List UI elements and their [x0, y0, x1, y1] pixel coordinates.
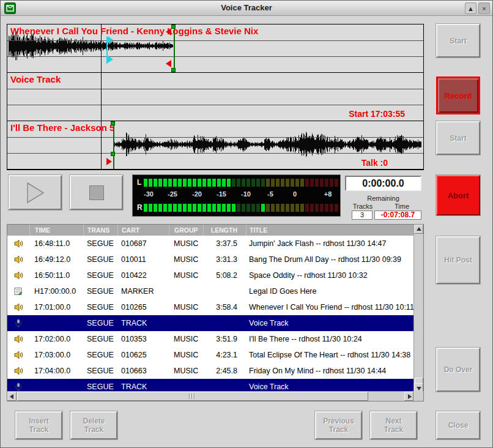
remaining-tracks-label: Tracks: [344, 203, 382, 210]
abort-button[interactable]: Abort: [436, 175, 480, 215]
cell-title: Friday On My Mind -- rdhost 11/30 14:44: [246, 367, 413, 375]
meter-row-right: [144, 204, 339, 212]
cell-title: Legal ID Goes Here: [246, 287, 413, 296]
marker-handle[interactable]: [171, 68, 176, 72]
log-row[interactable]: 17:02:00.0SEGUE010353MUSIC3:51.9I'll Be …: [7, 331, 413, 347]
fade-marker-icon[interactable]: [166, 60, 171, 67]
fade-marker-icon[interactable]: [166, 28, 171, 35]
meter-scale-label: -5: [267, 190, 273, 198]
previous-track-button[interactable]: Previous Track: [315, 411, 362, 439]
grid-rule: [7, 89, 423, 89]
cell-trans: SEGUE: [83, 367, 117, 375]
horizontal-scroll-thumb[interactable]: [17, 392, 368, 401]
column-cart: CART: [117, 225, 169, 236]
close-button[interactable]: Close: [436, 411, 480, 439]
log-row[interactable]: 16:50:11.0SEGUE010422MUSIC5:08.2Space Od…: [7, 267, 413, 283]
cell-length: 5:08.2: [203, 271, 246, 280]
meter-scale-label: -10: [241, 190, 251, 198]
speaker-icon: [7, 351, 29, 359]
talk-marker-icon[interactable]: [108, 36, 113, 43]
do-over-button[interactable]: Do Over: [436, 348, 480, 392]
talk-marker-icon[interactable]: [108, 56, 113, 63]
marker-handle[interactable]: [171, 24, 176, 29]
meter-scale-label: -25: [168, 190, 177, 198]
fade-marker-icon[interactable]: [106, 158, 112, 165]
cell-title: Jumpin' Jack Flash -- rdhost 11/30 14:47: [246, 239, 413, 248]
cell-trans: SEGUE: [83, 287, 117, 296]
cell-trans: SEGUE: [83, 303, 117, 312]
marker-handle[interactable]: [111, 121, 115, 125]
track-panel-1[interactable]: Whenever I Call You Friend - Kenny Loggi…: [7, 24, 423, 73]
marker-handle[interactable]: [111, 152, 115, 156]
cell-cart: 010663: [117, 367, 169, 375]
cell-time: 17:03:00.0: [29, 351, 83, 359]
delete-track-button[interactable]: Delete Track: [70, 411, 117, 439]
scrollbar-corner: [413, 391, 423, 401]
start-button-2[interactable]: Start: [436, 121, 480, 155]
meter-scale-label: +8: [324, 190, 332, 198]
next-track-button[interactable]: Next Track: [370, 411, 417, 439]
stop-button[interactable]: [70, 175, 123, 210]
insert-track-button[interactable]: Insert Track: [15, 411, 62, 439]
log-row-selected[interactable]: SEGUETRACKVoice Track: [7, 379, 413, 392]
titlebar: Voice Tracker ▲ ×: [1, 1, 492, 16]
track-panel-2[interactable]: Voice Track Start 17:03:55: [7, 73, 423, 121]
horizontal-scrollbar[interactable]: [7, 391, 413, 401]
column-group: GROUP: [169, 225, 203, 236]
cell-trans: SEGUE: [83, 351, 117, 359]
cell-time: 17:04:00.0: [29, 367, 83, 375]
log-row-selected[interactable]: SEGUETRACKVoice Track: [7, 315, 413, 331]
log-row[interactable]: 17:01:00.0SEGUE010265MUSIC3:58.4Whenever…: [7, 299, 413, 315]
hit-post-button[interactable]: Hit Post: [436, 236, 480, 284]
cell-title: Whenever I Call You Friend -- rdhost 11/…: [246, 303, 413, 312]
column-title: TITLE: [246, 225, 413, 236]
start-button-1[interactable]: Start: [436, 24, 480, 58]
play-button[interactable]: [9, 175, 62, 210]
meter-scale-label: 0: [293, 190, 297, 198]
remaining-time-label: Time: [383, 203, 421, 210]
shade-window-button[interactable]: ▲: [465, 2, 476, 14]
log-header: TIME TRANS CART GROUP LENGTH TITLE: [7, 225, 413, 236]
playback-cursor: [101, 24, 102, 170]
track-3-title: I'll Be There - Jackson 5: [10, 122, 114, 133]
grid-rule: [7, 153, 423, 154]
track-panel-3[interactable]: I'll Be There - Jackson 5 Talk :0: [7, 121, 423, 170]
cell-time: 16:49:12.0: [29, 255, 83, 264]
log-row[interactable]: 17:04:00.0SEGUE010663MUSIC2:45.8Friday O…: [7, 363, 413, 379]
cell-title: Voice Track: [246, 319, 413, 327]
log-row[interactable]: 17:03:00.0SEGUE010625MUSIC4:23.1Total Ec…: [7, 347, 413, 363]
cell-trans: SEGUE: [83, 335, 117, 343]
log-row[interactable]: 16:49:12.0SEGUE010011MUSIC3:31.3Bang The…: [7, 252, 413, 267]
cell-cart: 010011: [117, 255, 169, 264]
column-trans: TRANS: [83, 225, 117, 236]
remaining-label: Remaining: [345, 195, 421, 202]
cell-length: 2:45.8: [203, 367, 246, 375]
close-window-button[interactable]: ×: [478, 2, 490, 14]
meter-row-left: [144, 179, 339, 187]
cell-group: MUSIC: [169, 351, 203, 359]
speaker-icon: [7, 271, 29, 280]
log-rows: 16:48:11.0SEGUE010687MUSIC3:37.5Jumpin' …: [7, 236, 413, 392]
grid-rule: [7, 40, 423, 41]
vertical-scrollbar[interactable]: [413, 225, 423, 392]
scroll-up-button[interactable]: [414, 225, 423, 234]
stop-icon: [89, 185, 104, 200]
record-button[interactable]: Record: [436, 77, 480, 114]
scroll-right-button[interactable]: [404, 392, 413, 401]
cell-title: Voice Track: [246, 383, 413, 391]
cell-group: MUSIC: [169, 255, 203, 264]
cell-trans: SEGUE: [83, 239, 117, 248]
log-row[interactable]: 16:48:11.0SEGUE010687MUSIC3:37.5Jumpin' …: [7, 236, 413, 252]
cell-trans: SEGUE: [83, 383, 117, 391]
cell-cart: 010422: [117, 271, 169, 280]
cell-length: 4:23.1: [203, 351, 246, 359]
meter-left-label: L: [137, 178, 141, 187]
window-title: Voice Tracker: [1, 3, 492, 12]
column-icon: [7, 225, 29, 236]
cell-group: MUSIC: [169, 335, 203, 343]
cell-cart: 010353: [117, 335, 169, 343]
log-row[interactable]: H17:00:00.0SEGUEMARKERLegal ID Goes Here: [7, 283, 413, 299]
track-3-talk-time: Talk :0: [361, 158, 388, 168]
cell-cart: 010625: [117, 351, 169, 359]
scroll-left-button[interactable]: [7, 392, 17, 401]
